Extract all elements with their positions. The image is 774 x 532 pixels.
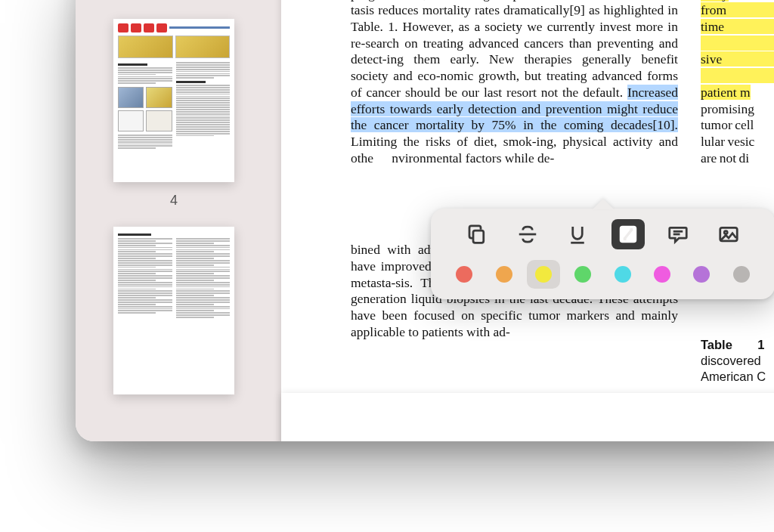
copy-icon: [466, 223, 488, 246]
copy-tool[interactable]: [460, 219, 494, 249]
body-text: promisingtumor celllular vesicare not di: [701, 101, 754, 165]
color-swatch-purple[interactable]: [685, 260, 718, 289]
image-tool[interactable]: [712, 219, 745, 249]
thumbnail-sidebar: 3 4: [76, 0, 272, 441]
svg-point-7: [724, 231, 727, 234]
color-dot: [733, 266, 750, 283]
color-swatch-orange[interactable]: [488, 260, 521, 289]
underline-icon: [566, 223, 589, 246]
thumbnail-page-number: 4: [170, 193, 178, 209]
image-icon: [717, 223, 740, 246]
table-caption: Table 1 Co discovered American C: [701, 337, 774, 384]
color-row: [438, 260, 767, 289]
thumbnail-page-number: 3: [170, 0, 178, 1]
svg-rect-0: [473, 230, 484, 243]
highlight-tool[interactable]: [611, 219, 645, 249]
color-dot: [574, 266, 591, 283]
text-column-left[interactable]: to as metastasis and it is a defining ch…: [351, 0, 678, 384]
color-swatch-red[interactable]: [447, 260, 481, 289]
comment-icon: [667, 223, 689, 246]
color-dot: [456, 266, 472, 283]
document-page-next: [281, 393, 774, 441]
color-swatch-cyan[interactable]: [606, 260, 639, 289]
color-swatch-gray[interactable]: [725, 260, 758, 289]
thumbnail-page-4[interactable]: [113, 19, 234, 182]
strikethrough-tool[interactable]: [511, 219, 544, 249]
color-dot: [535, 266, 552, 283]
highlighted-text[interactable]: away from time and sive tests patient m: [701, 0, 774, 100]
comment-tool[interactable]: [661, 219, 695, 249]
color-swatch-green[interactable]: [566, 260, 599, 289]
tool-row: [438, 219, 767, 249]
color-dot: [496, 266, 512, 283]
highlight-icon: [617, 223, 639, 246]
body-text: nvironmental factors while de-: [392, 150, 554, 165]
color-swatch-yellow[interactable]: [527, 260, 560, 289]
color-dot: [654, 266, 670, 283]
color-dot: [693, 266, 710, 283]
thumbnail-page-5[interactable]: [113, 227, 234, 394]
underline-tool[interactable]: [561, 219, 594, 249]
color-dot: [615, 266, 631, 283]
color-swatch-magenta[interactable]: [646, 260, 679, 289]
text-column-right[interactable]: vanced ca away from time and sive tests …: [701, 0, 774, 384]
annotation-popover: [431, 209, 774, 299]
strikethrough-icon: [516, 223, 539, 246]
